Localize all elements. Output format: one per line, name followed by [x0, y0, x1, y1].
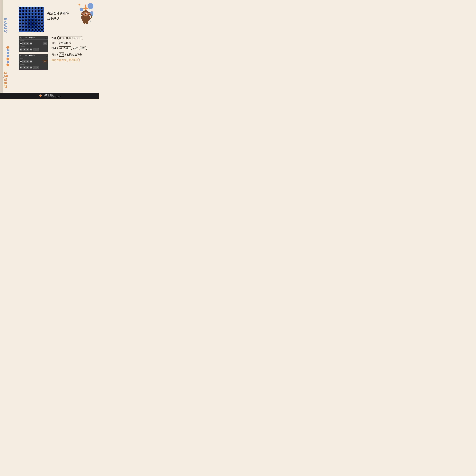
panels-area: 變形 對齊 路徑管理員 >> | ≡ 形狀模式：	[19, 36, 48, 70]
panel-tab-align: 對齊	[24, 37, 28, 39]
svg-rect-27	[21, 43, 22, 44]
svg-rect-48	[27, 61, 28, 62]
compound-path-key: 複合路徑	[67, 58, 80, 62]
svg-point-17	[83, 13, 85, 15]
panel-2-section2-label: 路徑管理員：	[19, 64, 48, 66]
step-label: STEP.5	[3, 17, 8, 33]
press-label-2: 按住	[52, 47, 56, 50]
top-section: 確認全部的物件 選取到後	[19, 7, 94, 32]
panel-1-header: 變形 對齊 路徑管理員 >> | ≡	[19, 36, 48, 39]
top-text-area: 確認全部的物件 選取到後	[47, 7, 74, 21]
instruction-line-4: 亮出 展開 的按鍵 按下去！	[52, 52, 94, 57]
compound-path-text: 將物件製作成	[52, 59, 66, 62]
panel-2-section1-label: 形狀模式：	[19, 57, 48, 60]
alt-option-key: Alt / Option	[57, 47, 72, 50]
highlight-prefix: 亮出	[52, 53, 56, 56]
footer-brand: 赫綵設計學院 Appedu Computer Design Institute	[44, 94, 61, 97]
shortcut-key-1: Shift + Ctrl / Cmd + F9	[57, 36, 83, 40]
svg-rect-51	[31, 61, 31, 62]
footer-logo-icon	[38, 94, 42, 98]
panel-1-expand-btn: 展開	[43, 42, 47, 45]
instructions-area: 按住 Shift + Ctrl / Cmd + F9 叫出〔路徑管理員〕 按住 …	[52, 36, 94, 64]
main-content: 確認全部的物件 選取到後	[10, 0, 99, 92]
panel-2-icon-intersect	[26, 60, 29, 63]
panel-1-section2-label: 路徑管理員：	[19, 46, 48, 48]
panel-tab-transform: 變形	[20, 37, 23, 39]
instruction-line1: 確認全部的物件	[47, 11, 74, 16]
svg-rect-40	[34, 49, 35, 50]
panel-icon-unite	[20, 42, 22, 45]
instruction-line-5: 將物件製作成 複合路徑	[52, 58, 94, 62]
panel-path-icon-3	[26, 48, 29, 51]
diamond-icon-2	[6, 57, 9, 61]
panel-2-path-icon-2	[23, 66, 26, 69]
svg-rect-36	[20, 49, 21, 51]
panel-1-icons-row2	[19, 48, 48, 52]
left-icons-decoration	[7, 46, 9, 66]
panel-2-path-icon-5	[33, 66, 36, 69]
panel-2-icon-minus	[23, 60, 26, 63]
svg-point-9	[88, 13, 90, 14]
svg-rect-35	[31, 43, 31, 44]
svg-point-12	[85, 13, 85, 14]
diamond-icon-3	[6, 63, 9, 67]
panel-path-icon-6	[36, 48, 39, 51]
footer-name: 赫綵設計學院	[44, 94, 61, 96]
panel-1-icons-row1: 展開	[19, 42, 48, 46]
panel-2-expand-arrows: >> | ≡	[45, 55, 47, 56]
pattern-image	[19, 7, 44, 32]
svg-point-55	[30, 67, 32, 68]
panel-icon-exclude	[30, 42, 33, 45]
press-it-suffix: 的按鍵 按下去！	[67, 53, 84, 56]
svg-rect-45	[24, 61, 25, 62]
panel-icon-minus	[23, 42, 26, 45]
panel-2: 變形 對齊 路徑管理員 >> | ≡ 形狀模式：	[19, 54, 48, 70]
svg-rect-43	[21, 61, 22, 62]
panel-2-icon-unite	[20, 60, 22, 63]
panel-2-path-icon-6	[36, 66, 39, 69]
expand-key: 展開	[57, 52, 66, 57]
instruction-line-2: 叫出〔路徑管理員〕	[52, 41, 94, 45]
panel-icon-intersect	[26, 42, 29, 45]
instruction-line-1: 按住 Shift + Ctrl / Cmd + F9	[52, 36, 94, 40]
design-label: Design	[3, 71, 8, 88]
circle-icon-2	[7, 52, 9, 54]
panel-2-tab-transform: 變形	[20, 55, 23, 57]
svg-line-57	[37, 67, 38, 68]
circle-icon-4	[7, 61, 9, 63]
diamond-icon-1	[6, 46, 9, 49]
panel-2-header: 變形 對齊 路徑管理員 >> | ≡	[19, 54, 48, 57]
pathfinder-label: 叫出〔路徑管理員〕	[52, 41, 73, 45]
circle-icon-3	[7, 55, 9, 57]
panel-2-icons-row1: 展開	[19, 60, 48, 64]
svg-point-18	[87, 13, 88, 15]
panel-path-icon-1	[20, 48, 22, 51]
panel-path-icon-4	[30, 48, 33, 51]
panel-tab-pathfinder: 路徑管理員	[28, 37, 35, 39]
svg-rect-52	[20, 67, 21, 68]
panel-2-path-icon-1	[20, 66, 22, 69]
panel-1-section1-label: 形狀模式：	[19, 39, 48, 42]
unite-key: 聯集	[79, 46, 87, 50]
panel-path-icon-2	[23, 48, 26, 51]
circle-icon-1	[7, 49, 9, 51]
svg-rect-54	[24, 67, 25, 68]
instruction-line2: 選取到後	[47, 16, 74, 21]
svg-rect-56	[34, 67, 35, 68]
svg-point-16	[86, 14, 86, 15]
panel-2-tab-align: 對齊	[24, 55, 28, 57]
panel-expand-arrows: >> | ≡	[45, 37, 47, 38]
svg-rect-38	[24, 50, 25, 50]
panel-2-path-icon-4	[30, 66, 33, 69]
instruction-line-3: 按住 Alt / Option 再按 聯集	[52, 46, 94, 50]
svg-point-39	[30, 49, 32, 50]
panel-2-expand-btn-highlighted: 展開	[43, 60, 47, 63]
panel-2-path-icon-3	[26, 66, 29, 69]
footer: 赫綵設計學院 Appedu Computer Design Institute	[0, 93, 99, 99]
svg-rect-37	[21, 49, 22, 51]
panel-2-icon-exclude	[30, 60, 33, 63]
monkey-illustration	[78, 7, 93, 24]
svg-point-15	[85, 14, 86, 15]
svg-rect-23	[90, 20, 91, 22]
footer-subtitle: Appedu Computer Design Institute	[44, 96, 61, 97]
